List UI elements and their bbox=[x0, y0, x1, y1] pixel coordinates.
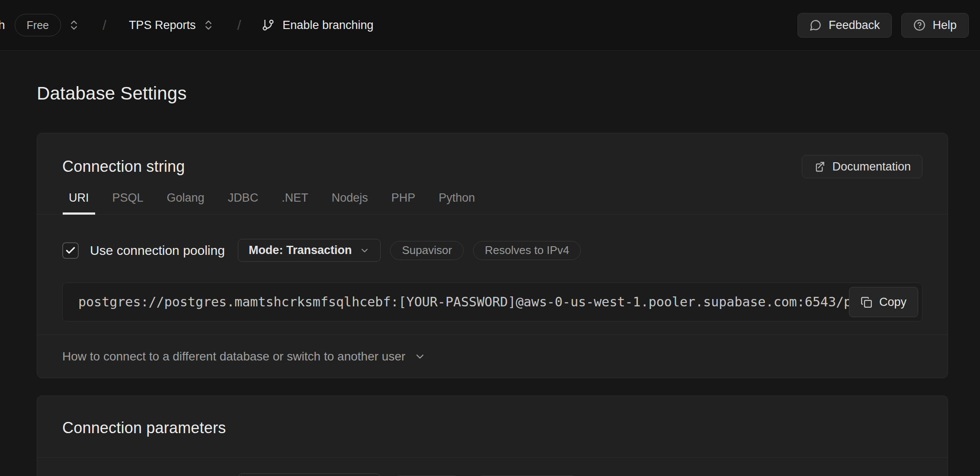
connection-string-value[interactable]: postgres://postgres.mamtshcrksmfsqlhcebf… bbox=[62, 283, 922, 322]
message-bubble-icon bbox=[810, 19, 822, 31]
pooling-mode-select[interactable]: Mode: Transaction bbox=[238, 473, 381, 476]
chevrons-up-down-icon[interactable] bbox=[202, 19, 215, 31]
tab-nodejs[interactable]: Nodejs bbox=[326, 191, 374, 215]
card-divider bbox=[37, 457, 948, 458]
copy-button[interactable]: Copy bbox=[849, 287, 918, 317]
tab-php[interactable]: PHP bbox=[385, 191, 422, 215]
git-branch-icon bbox=[262, 19, 275, 32]
enable-branching-button[interactable]: Enable branching bbox=[262, 19, 373, 32]
use-pooling-label: Use connection pooling bbox=[90, 243, 225, 258]
breadcrumb-separator: / bbox=[102, 17, 106, 33]
project-name-partial: h bbox=[0, 18, 5, 32]
feedback-label: Feedback bbox=[829, 19, 880, 32]
connection-string-card-header: Connection string Documentation bbox=[37, 133, 948, 178]
pooling-mode-value: Mode: Transaction bbox=[249, 244, 352, 257]
tab-jdbc[interactable]: JDBC bbox=[222, 191, 265, 215]
connection-parameters-header: Connection parameters bbox=[37, 396, 948, 457]
copy-label: Copy bbox=[879, 296, 906, 309]
connection-string-body: Use connection pooling Mode: Transaction… bbox=[37, 239, 948, 322]
connection-parameters-title: Connection parameters bbox=[62, 418, 226, 437]
tab-dotnet[interactable]: .NET bbox=[275, 191, 314, 215]
tab-python[interactable]: Python bbox=[432, 191, 481, 215]
breadcrumb: h Free / TPS Reports / Enable branching bbox=[0, 14, 374, 36]
connect-help-label: How to connect to a different database o… bbox=[62, 350, 405, 363]
tab-golang[interactable]: Golang bbox=[161, 191, 211, 215]
supavisor-badge: Supavisor bbox=[390, 241, 464, 260]
chevron-down-icon bbox=[359, 245, 370, 256]
documentation-button[interactable]: Documentation bbox=[802, 155, 922, 178]
pooling-row: Use connection pooling Mode: Transaction… bbox=[62, 239, 922, 262]
connection-string-title: Connection string bbox=[62, 157, 185, 176]
chevron-down-icon bbox=[414, 351, 426, 363]
help-label: Help bbox=[932, 19, 957, 32]
connection-parameters-card: Connection parameters Use connection poo… bbox=[37, 396, 948, 476]
feedback-button[interactable]: Feedback bbox=[797, 13, 892, 38]
connection-string-field-wrap: postgres://postgres.mamtshcrksmfsqlhcebf… bbox=[62, 283, 922, 322]
help-circle-icon bbox=[913, 19, 926, 31]
connection-string-card: Connection string Documentation URI PSQL… bbox=[37, 133, 948, 378]
connection-type-tabs: URI PSQL Golang JDBC .NET Nodejs PHP Pyt… bbox=[37, 191, 948, 215]
connect-help-expander[interactable]: How to connect to a different database o… bbox=[37, 335, 948, 378]
navbar-actions: Feedback Help bbox=[797, 13, 969, 38]
pooling-mode-select[interactable]: Mode: Transaction bbox=[238, 239, 381, 262]
tab-uri[interactable]: URI bbox=[63, 191, 95, 215]
tab-psql[interactable]: PSQL bbox=[106, 191, 150, 215]
breadcrumb-project[interactable]: TPS Reports bbox=[129, 19, 196, 32]
top-navbar: h Free / TPS Reports / Enable branching … bbox=[0, 0, 980, 51]
settings-page: Database Settings Connection string Docu… bbox=[0, 83, 980, 476]
use-pooling-checkbox[interactable] bbox=[62, 242, 79, 259]
help-button[interactable]: Help bbox=[901, 13, 969, 38]
connection-parameters-body: Use connection pooling Mode: Transaction… bbox=[37, 473, 948, 476]
ipv4-badge: Resolves to IPv4 bbox=[473, 241, 581, 260]
chevrons-up-down-icon[interactable] bbox=[68, 19, 80, 31]
page-title: Database Settings bbox=[37, 83, 948, 104]
breadcrumb-separator: / bbox=[237, 17, 241, 33]
documentation-label: Documentation bbox=[832, 160, 911, 174]
checkmark-icon bbox=[65, 245, 76, 256]
copy-icon bbox=[861, 296, 872, 308]
enable-branching-label: Enable branching bbox=[282, 19, 373, 32]
external-link-icon bbox=[813, 161, 825, 173]
plan-badge[interactable]: Free bbox=[15, 14, 61, 36]
pooling-row: Use connection pooling Mode: Transaction… bbox=[62, 473, 922, 476]
